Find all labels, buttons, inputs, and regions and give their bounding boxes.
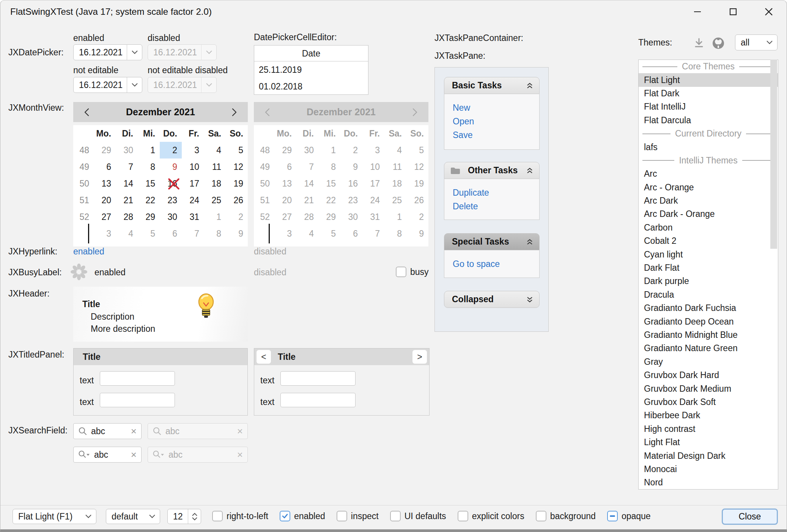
calendar-day[interactable]: 7	[116, 159, 138, 175]
calendar-day[interactable]: 11	[384, 159, 406, 175]
calendar-day[interactable]: 19	[226, 175, 248, 192]
collapse-icon[interactable]	[526, 82, 533, 89]
calendar-day[interactable]: 6	[160, 225, 182, 242]
search-field[interactable]: abc×	[73, 447, 142, 463]
chevron-left-icon[interactable]	[81, 108, 92, 116]
calendar-day[interactable]: 29	[274, 142, 296, 159]
task-pane-header[interactable]: Basic Tasks	[444, 77, 540, 94]
calendar-day[interactable]: 3	[94, 225, 116, 242]
themes-list-item[interactable]: High contrast	[639, 422, 778, 436]
calendar-day[interactable]: 6	[340, 225, 362, 242]
table-row[interactable]: 01.02.2018	[254, 78, 368, 95]
calendar-day[interactable]: 22	[318, 192, 340, 209]
chevron-down-icon[interactable]	[127, 77, 142, 93]
calendar-day[interactable]: 18	[384, 175, 406, 192]
calendar-day[interactable]: 26	[226, 192, 248, 209]
calendar-day[interactable]: 2	[160, 142, 182, 159]
calendar-day[interactable]: 31	[362, 209, 384, 225]
calendar-day[interactable]: 5	[226, 142, 248, 159]
calendar-day[interactable]: 28	[116, 209, 138, 225]
hyperlink-enabled[interactable]: enabled	[73, 246, 104, 257]
search-dropdown-icon[interactable]	[78, 450, 90, 459]
themes-list-item[interactable]: Flat Light	[639, 73, 778, 86]
calendar-day[interactable]: 1	[318, 142, 340, 159]
calendar-day[interactable]: 20	[274, 192, 296, 209]
calendar-day[interactable]: 9	[226, 225, 248, 242]
calendar-day[interactable]: 25	[204, 192, 226, 209]
collapse-icon[interactable]	[526, 167, 533, 174]
minimize-button[interactable]	[680, 0, 715, 23]
themes-list-item[interactable]: Flat Darcula	[639, 114, 778, 127]
calendar-day[interactable]: 13	[274, 175, 296, 192]
clear-icon[interactable]: ×	[131, 450, 137, 460]
calendar-day[interactable]: 29	[318, 209, 340, 225]
themes-list-item[interactable]: Arc - Orange	[639, 181, 778, 194]
close-button[interactable]	[751, 0, 787, 23]
font-combo[interactable]: default	[106, 509, 160, 524]
themes-list-item[interactable]: Carbon	[639, 221, 778, 234]
calendar-day[interactable]: 10	[362, 159, 384, 175]
themes-list-item[interactable]: Nord	[639, 476, 778, 489]
themes-list-item[interactable]: Flat Dark	[639, 87, 778, 100]
calendar-day[interactable]: 3	[274, 225, 296, 242]
option-checkbox[interactable]: explicit colors	[458, 511, 524, 521]
datepicker-field[interactable]: 16.12.2021	[73, 77, 142, 93]
themes-list-item[interactable]: Dark Flat	[639, 261, 778, 275]
themes-list-item[interactable]: Gray	[639, 355, 778, 369]
maximize-button[interactable]	[715, 0, 751, 23]
option-checkbox[interactable]: UI defaults	[390, 511, 446, 521]
scrollbar-thumb[interactable]	[770, 60, 777, 249]
themes-list-item[interactable]: Gradianto Deep Ocean	[639, 315, 778, 328]
themes-list-item[interactable]: Material Design Dark	[639, 449, 778, 462]
calendar-day[interactable]: 31	[182, 209, 204, 225]
calendar-day[interactable]: 18	[204, 175, 226, 192]
calendar-day[interactable]: 23	[160, 192, 182, 209]
calendar-day[interactable]: 16	[160, 175, 182, 192]
calendar-day[interactable]: 19	[406, 175, 428, 192]
calendar-day[interactable]: 16	[340, 175, 362, 192]
nav-left-button[interactable]: <	[257, 350, 271, 364]
collapse-icon[interactable]	[526, 239, 533, 245]
calendar-day[interactable]: 5	[318, 225, 340, 242]
calendar-day[interactable]: 9	[406, 225, 428, 242]
task-pane-header[interactable]: Collapsed	[444, 291, 540, 308]
titled-panel-text-field[interactable]	[280, 393, 356, 407]
task-link[interactable]: Go to space	[453, 258, 539, 271]
calendar-day[interactable]: 24	[182, 192, 204, 209]
calendar-day[interactable]: 26	[406, 192, 428, 209]
calendar-day[interactable]: 15	[138, 175, 160, 192]
option-checkbox[interactable]: right-to-left	[212, 511, 268, 521]
calendar-day[interactable]: 7	[296, 159, 318, 175]
themes-list-item[interactable]: Cobalt 2	[639, 234, 778, 248]
titled-panel-text-field[interactable]	[100, 393, 175, 407]
calendar-day[interactable]: 5	[138, 225, 160, 242]
themes-list-item[interactable]: Gruvbox Dark Medium	[639, 382, 778, 395]
calendar-day[interactable]: 29	[138, 209, 160, 225]
themes-list-item[interactable]: Monocai	[639, 463, 778, 476]
laf-combo[interactable]: Flat Light (F1)	[13, 509, 96, 524]
calendar-day[interactable]: 1	[384, 209, 406, 225]
calendar-day[interactable]: 21	[296, 192, 318, 209]
task-link[interactable]: Save	[453, 129, 539, 143]
calendar-day[interactable]: 4	[384, 142, 406, 159]
calendar-day[interactable]: 13	[94, 175, 116, 192]
calendar-day[interactable]: 8	[204, 225, 226, 242]
calendar-day[interactable]: 9	[160, 159, 182, 175]
calendar-day[interactable]: 4	[116, 225, 138, 242]
github-icon[interactable]	[711, 36, 725, 50]
titled-panel-text-field[interactable]	[280, 371, 356, 386]
calendar-day[interactable]: 30	[340, 209, 362, 225]
search-field[interactable]: abc×	[73, 423, 142, 439]
calendar-day[interactable]: 12	[406, 159, 428, 175]
themes-list-item[interactable]: lafs	[639, 140, 778, 154]
calendar-day[interactable]: 2	[340, 142, 362, 159]
task-link[interactable]: Duplicate	[453, 187, 539, 200]
calendar-day[interactable]: 6	[94, 159, 116, 175]
themes-list-item[interactable]: Arc	[639, 167, 778, 180]
calendar-day[interactable]: 30	[116, 142, 138, 159]
expand-icon[interactable]	[526, 296, 533, 303]
calendar-day[interactable]: 14	[116, 175, 138, 192]
titled-panel-text-field[interactable]	[100, 371, 175, 386]
calendar-day[interactable]: 28	[296, 209, 318, 225]
calendar-day[interactable]: 3	[362, 142, 384, 159]
